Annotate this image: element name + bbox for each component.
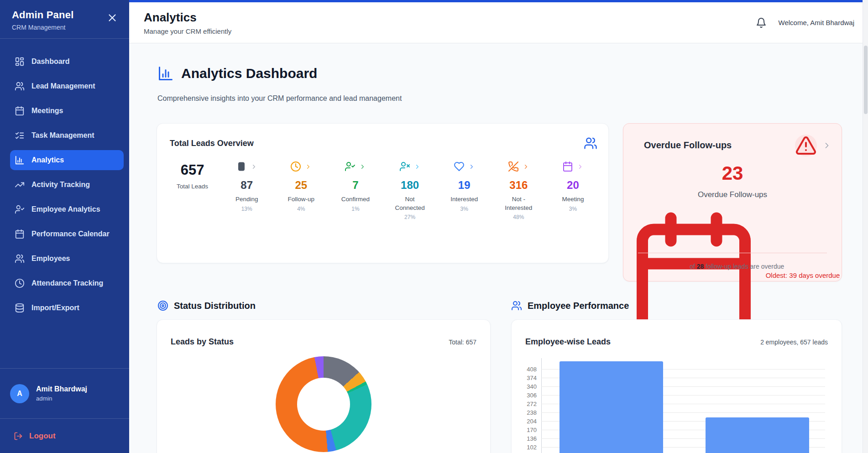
overview-card-title: Total Leads Overview <box>170 139 254 148</box>
calendar-icon <box>15 229 25 239</box>
sidebar-item-dashboard[interactable]: Dashboard <box>10 52 124 72</box>
employee-wise-leads-card: Employee-wise Leads 2 employees, 657 lea… <box>511 319 842 453</box>
y-tick-label: 408 <box>527 366 537 373</box>
overdue-footer: 23 of 28 follow-up leads are overdue <box>623 263 842 270</box>
chevron-right-icon[interactable] <box>251 163 257 170</box>
sidebar-item-label: Attendance Tracking <box>31 279 103 287</box>
sidebar-item-label: Lead Management <box>31 82 95 90</box>
chevron-right-icon[interactable] <box>822 141 831 150</box>
stat-confirmed[interactable]: 7Confirmed1% <box>328 159 382 220</box>
chevron-right-icon[interactable] <box>414 163 421 170</box>
stat-label: Pending <box>235 195 258 203</box>
y-tick-label: 374 <box>527 375 537 381</box>
divider <box>638 253 827 253</box>
user-x-icon <box>399 161 410 172</box>
employee-bar-1 <box>559 361 663 453</box>
stat-percent: 4% <box>297 206 305 212</box>
target-icon <box>157 300 168 311</box>
users-icon <box>15 81 25 91</box>
sidebar-item-attendance-tracking[interactable]: Attendance Tracking <box>10 273 124 293</box>
users-icon <box>584 136 597 150</box>
chevron-right-icon[interactable] <box>577 163 584 170</box>
sidebar-item-label: Meetings <box>31 107 63 115</box>
employee-performance-header: Employee Performance <box>511 300 629 311</box>
sidebar-item-performance-calendar[interactable]: Performance Calendar <box>10 224 124 244</box>
y-tick-label: 170 <box>527 427 537 433</box>
page-scrollbar[interactable] <box>863 0 868 453</box>
sidebar-item-label: Employee Analytics <box>31 205 100 213</box>
stat-value: 87 <box>241 179 253 191</box>
overdue-count: 23 <box>722 164 743 183</box>
logout-button[interactable]: Logout <box>0 418 129 453</box>
sidebar-user-profile[interactable]: A Amit Bhardwaj admin <box>0 368 129 418</box>
chevron-right-icon[interactable] <box>468 163 475 170</box>
employee-section-title: Employee Performance <box>528 301 629 311</box>
logout-icon <box>14 432 23 441</box>
user-check-icon <box>345 161 356 172</box>
sidebar-nav: DashboardLead ManagementMeetingsTask Man… <box>0 39 129 368</box>
stat-percent: 27% <box>404 214 415 220</box>
header-title: Analytics <box>144 10 231 25</box>
overdue-followups-card[interactable]: Overdue Follow-ups 23 Overdue Follow-ups… <box>623 123 842 281</box>
employee-bar-2 <box>706 417 809 453</box>
total-leads-value: 657 <box>181 162 204 178</box>
page-subtitle: Comprehensive insights into your CRM per… <box>157 94 402 103</box>
page-title: Analytics Dashboard <box>181 66 317 81</box>
y-tick-label: 238 <box>527 409 537 416</box>
stat-total-leads: 657Total Leads <box>165 159 220 220</box>
y-tick-label: 340 <box>527 383 537 390</box>
stat-not-connected[interactable]: 180Not Connected27% <box>383 159 437 220</box>
stat-value: 20 <box>567 179 579 191</box>
stat-percent: 3% <box>569 206 577 212</box>
sidebar-item-employees[interactable]: Employees <box>10 249 124 269</box>
stat-meeting[interactable]: 20Meeting3% <box>546 159 600 220</box>
chevron-right-icon[interactable] <box>523 163 529 170</box>
user-name: Amit Bhardwaj <box>36 385 87 393</box>
welcome-text: Welcome, Amit Bhardwaj <box>779 19 854 26</box>
user-check-icon <box>15 204 25 214</box>
employee-wise-leads-title: Employee-wise Leads <box>525 337 611 347</box>
stat-value: 25 <box>295 179 307 191</box>
analytics-chart-icon <box>157 65 174 82</box>
sidebar-item-employee-analytics[interactable]: Employee Analytics <box>10 199 124 219</box>
lead-stats-row: 657Total Leads87Pending13%25Follow-up4%7… <box>165 159 600 220</box>
donut-hole <box>297 378 350 431</box>
sidebar-item-meetings[interactable]: Meetings <box>10 101 124 121</box>
app-title: Admin Panel <box>12 9 118 21</box>
stat-follow-up[interactable]: 25Follow-up4% <box>274 159 328 220</box>
stat-not-interested[interactable]: 316Not - Interested48% <box>492 159 546 220</box>
stat-interested[interactable]: 19Interested3% <box>437 159 492 220</box>
avatar: A <box>10 384 29 403</box>
database-icon <box>15 303 25 313</box>
alert-triangle-icon <box>795 135 817 156</box>
sidebar-item-label: Task Management <box>31 131 94 140</box>
trending-up-icon <box>15 180 25 190</box>
notifications-bell-icon[interactable] <box>756 17 767 28</box>
total-leads-label: Total Leads <box>177 182 208 191</box>
y-tick-label: 272 <box>527 401 537 407</box>
sidebar-header: Admin Panel CRM Management <box>0 0 129 39</box>
employee-meta: 2 employees, 657 leads <box>760 338 828 346</box>
sidebar-item-import-export[interactable]: Import/Export <box>10 298 124 318</box>
sidebar-item-label: Analytics <box>31 156 64 164</box>
chevron-right-icon[interactable] <box>359 163 366 170</box>
stat-pending[interactable]: 87Pending13% <box>220 159 274 220</box>
sidebar-item-analytics[interactable]: Analytics <box>10 150 124 170</box>
chevron-right-icon[interactable] <box>305 163 312 170</box>
sidebar-close-icon[interactable] <box>106 12 118 24</box>
sidebar-item-label: Activity Tracking <box>31 181 90 189</box>
sidebar-item-activity-tracking[interactable]: Activity Tracking <box>10 175 124 195</box>
calendar-icon <box>15 106 25 116</box>
scrollbar-thumb[interactable] <box>864 46 868 114</box>
stat-value: 316 <box>509 179 528 191</box>
sidebar-item-task-management[interactable]: Task Management <box>10 125 124 146</box>
status-donut-chart <box>276 356 371 452</box>
overdue-count-label: Overdue Follow-ups <box>698 190 767 199</box>
sidebar-item-label: Import/Export <box>31 304 79 312</box>
app-subtitle: CRM Management <box>12 24 118 31</box>
sidebar-item-lead-management[interactable]: Lead Management <box>10 76 124 96</box>
stat-percent: 48% <box>513 214 524 220</box>
status-distribution-header: Status Distribution <box>157 300 256 311</box>
stat-label: Follow-up <box>288 195 315 203</box>
stat-percent: 13% <box>241 206 252 212</box>
